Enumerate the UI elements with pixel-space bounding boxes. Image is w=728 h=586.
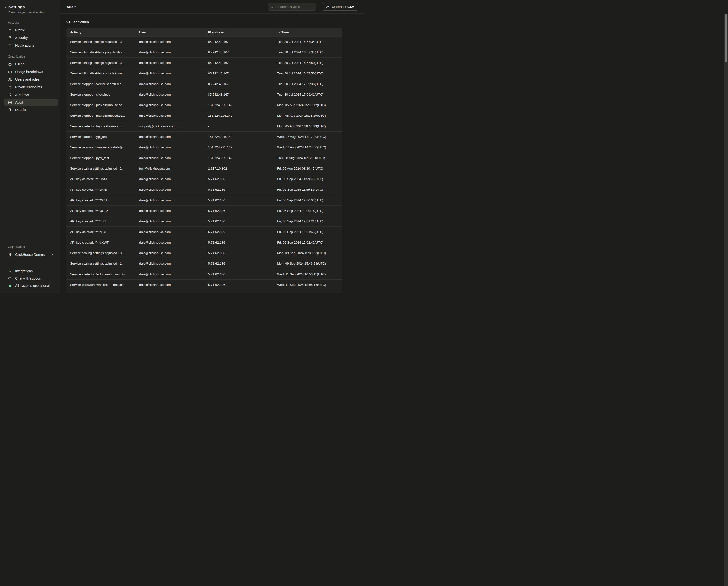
usage-chart-icon	[8, 70, 12, 74]
cell-ip-address: 5.71.62.186	[204, 283, 274, 287]
settings-title: Settings	[8, 5, 45, 9]
cell-user: dale@clickhouse.com	[135, 251, 204, 255]
cell-user: dale@clickhouse.com	[135, 156, 204, 160]
integrations-link[interactable]: Integrations	[0, 268, 60, 275]
chevron-left-icon	[3, 6, 7, 10]
org-switcher[interactable]: ClickHouse Demos	[0, 250, 60, 259]
cell-activity: Service stopped - play.clickhouse.co...	[67, 103, 135, 107]
column-header-activity[interactable]: Activity	[67, 30, 135, 34]
cell-user: dale@clickhouse.com	[135, 82, 204, 86]
sidebar-item-audit[interactable]: Audit	[4, 99, 58, 106]
cell-activity: API key created: ****hBl3	[67, 220, 135, 223]
cell-ip-address: 5.71.62.186	[204, 272, 274, 276]
cell-user: dale@clickhouse.com	[135, 230, 204, 234]
export-csv-button[interactable]: Export To CSV	[322, 3, 358, 10]
cell-ip-address: 151.224.225.142	[204, 146, 274, 149]
cell-user: dale@clickhouse.com	[135, 146, 204, 149]
sidebar-item-notifications[interactable]: Notifications	[0, 42, 60, 49]
cell-activity: API key deleted: ****hBl3	[67, 230, 135, 234]
bell-icon	[8, 44, 12, 48]
cell-time: Mon, 09 Sep 2024 15:39:52(UTC)	[274, 251, 342, 255]
app-root: Settings Return to your service view Acc…	[0, 0, 364, 293]
page-title: Audit	[67, 5, 76, 9]
cell-time: Fri, 06 Sep 2024 12:02:42(UTC)	[274, 241, 342, 244]
cell-activity: Service scaling settings adjusted - 3...	[67, 61, 135, 65]
cell-user: dale@clickhouse.com	[135, 220, 204, 223]
sidebar-item-api-keys[interactable]: API keys	[0, 91, 60, 99]
search-input[interactable]	[276, 5, 313, 9]
cell-time: Mon, 09 Sep 2024 15:46:23(UTC)	[274, 262, 342, 265]
table-row: Service idling disabled - sql.clickhou..…	[67, 68, 342, 78]
table-row: Service password was reset - dale@... da…	[67, 142, 342, 152]
sidebar-item-label: Usage breakdown	[15, 70, 43, 74]
table-row: Service idling disabled - play.clickho..…	[67, 47, 342, 57]
return-to-service-link[interactable]: Return to your service view	[8, 11, 45, 14]
audit-activity-icon	[8, 100, 12, 104]
cell-activity: API key created: ****bXWT	[67, 241, 135, 244]
sort-descending-icon	[277, 31, 280, 34]
chat-with-support-link[interactable]: Chat with support	[0, 275, 60, 282]
cell-ip-address: 5.71.62.186	[204, 230, 274, 234]
sidebar-item-usage-breakdown[interactable]: Usage breakdown	[0, 68, 60, 76]
cell-activity: Service started - Vector search results	[67, 272, 135, 276]
cell-activity: API key deleted: ****OCB5	[67, 209, 135, 213]
column-header-user[interactable]: User	[135, 30, 204, 34]
export-icon	[326, 5, 330, 9]
cell-activity: Service scaling settings adjusted - 1...	[67, 262, 135, 265]
cell-activity: Service stopped - Vector search res...	[67, 82, 135, 86]
table-row: Service stopped - Vector search res... d…	[67, 78, 342, 89]
cell-time: Wed, 11 Sep 2024 10:56:11(UTC)	[274, 272, 342, 276]
cell-ip-address: -	[204, 124, 274, 128]
table-row: Service stopped - observability-demo dal…	[67, 290, 342, 293]
cell-activity: Service scaling settings adjusted - 3...	[67, 40, 135, 44]
table-row: Service scaling settings adjusted - 3...…	[67, 57, 342, 68]
table-row: API key deleted: ****CbzJ dale@clickhous…	[67, 174, 342, 184]
cell-time: Fri, 06 Sep 2024 12:00:16(UTC)	[274, 209, 342, 213]
footer-item-label: Chat with support	[15, 276, 41, 280]
sidebar-item-profile[interactable]: Profile	[0, 26, 60, 34]
cell-user: dale@clickhouse.com	[135, 72, 204, 75]
cell-activity: Service idling disabled - play.clickho..…	[67, 50, 135, 54]
cell-user: dale@clickhouse.com	[135, 209, 204, 213]
organization-section-label: Organization	[8, 55, 60, 58]
cell-user: dale@clickhouse.com	[135, 135, 204, 139]
cell-time: Thu, 08 Aug 2024 10:12:01(UTC)	[274, 156, 342, 160]
sidebar-item-users-and-roles[interactable]: Users and roles	[0, 76, 60, 83]
cell-user: dale@clickhouse.com	[135, 262, 204, 265]
table-row: Service scaling settings adjusted - 3...…	[67, 36, 342, 47]
sidebar-item-details[interactable]: Details	[0, 106, 60, 114]
cell-time: Fri, 06 Sep 2024 11:59:32(UTC)	[274, 188, 342, 191]
table-row: Service password was reset - dale@... da…	[67, 279, 342, 290]
column-header-ip-address[interactable]: IP address	[204, 30, 274, 34]
table-row: Service scaling settings adjusted - 2...…	[67, 163, 342, 174]
search-box[interactable]	[268, 3, 316, 10]
sidebar-item-security[interactable]: Security	[0, 34, 60, 42]
cell-user: dale@clickhouse.com	[135, 103, 204, 107]
system-status-link[interactable]: All systems operational	[0, 282, 60, 289]
cell-time: Tue, 30 Jul 2024 16:57:34(UTC)	[274, 50, 342, 54]
cell-time: Wed, 11 Sep 2024 18:06:16(UTC)	[274, 283, 342, 287]
cell-time: Mon, 05 Aug 2024 16:08:23(UTC)	[274, 124, 342, 128]
back-button[interactable]	[3, 6, 7, 10]
keys-icon	[8, 93, 12, 97]
cell-ip-address: 85.242.48.167	[204, 61, 274, 65]
cell-ip-address: 5.71.62.186	[204, 220, 274, 223]
column-header-time[interactable]: Time	[274, 30, 342, 34]
cell-ip-address: 85.242.48.167	[204, 72, 274, 75]
swap-arrows-icon	[8, 85, 12, 89]
table-row: API key created: ****OCB5 dale@clickhous…	[67, 195, 342, 205]
cell-ip-address: 5.71.62.186	[204, 251, 274, 255]
cell-time: Wed, 07 Aug 2024 14:24:06(UTC)	[274, 146, 342, 149]
sidebar-item-private-endpoints[interactable]: Private endpoints	[0, 83, 60, 91]
cell-user: support@clickhouse.com	[135, 124, 204, 128]
cell-ip-address: 5.71.62.186	[204, 209, 274, 213]
sidebar-item-billing[interactable]: Billing	[0, 60, 60, 68]
cell-ip-address: 5.71.62.186	[204, 177, 274, 181]
cell-ip-address: 5.71.62.186	[204, 262, 274, 265]
table-row: Service scaling settings adjusted - 3...…	[67, 248, 342, 258]
cell-user: tom@clickhouse.com	[135, 167, 204, 170]
sidebar-item-label: Details	[15, 108, 26, 112]
cell-ip-address: 85.242.48.167	[204, 50, 274, 54]
account-section-label: Account	[8, 21, 60, 24]
building-icon	[8, 108, 12, 112]
